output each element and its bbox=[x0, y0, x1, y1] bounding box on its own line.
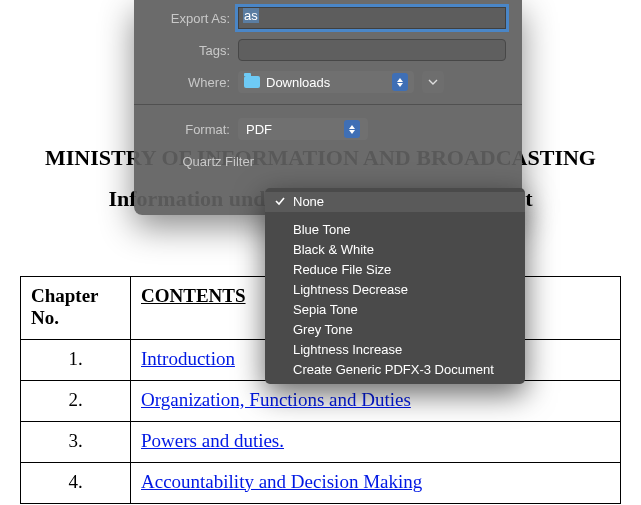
quartz-menu-item[interactable]: Create Generic PDFX-3 Document bbox=[265, 360, 525, 380]
where-value: Downloads bbox=[266, 75, 330, 90]
quartz-menu-item-none[interactable]: None bbox=[265, 192, 525, 212]
quartz-menu-item[interactable]: Blue Tone bbox=[265, 220, 525, 240]
tags-input[interactable] bbox=[238, 39, 506, 61]
column-header-chapter: Chapter No. bbox=[21, 276, 131, 339]
chapter-number: 2. bbox=[31, 389, 120, 411]
reveal-button[interactable] bbox=[422, 71, 444, 93]
chevron-down-icon bbox=[428, 79, 438, 85]
table-row: 2. Organization, Functions and Duties bbox=[21, 380, 621, 421]
export-as-input[interactable]: as bbox=[238, 7, 506, 29]
chapter-number: 4. bbox=[31, 471, 120, 493]
divider bbox=[134, 104, 522, 105]
content-link[interactable]: Powers and duties. bbox=[141, 430, 284, 451]
quartz-filter-menu: None Blue Tone Black & White Reduce File… bbox=[265, 188, 525, 384]
updown-icon bbox=[344, 120, 360, 138]
content-link[interactable]: Organization, Functions and Duties bbox=[141, 389, 411, 410]
quartz-menu-item[interactable]: Black & White bbox=[265, 240, 525, 260]
where-label: Where: bbox=[134, 75, 238, 90]
quartz-menu-item[interactable]: Sepia Tone bbox=[265, 300, 525, 320]
table-row: 3. Powers and duties. bbox=[21, 421, 621, 462]
format-label: Format: bbox=[134, 122, 238, 137]
export-as-row: Export As: as bbox=[134, 4, 522, 32]
table-row: 4. Accountability and Decision Making bbox=[21, 462, 621, 503]
content-link[interactable]: Introduction bbox=[141, 348, 235, 369]
quartz-menu-item[interactable]: Reduce File Size bbox=[265, 260, 525, 280]
updown-icon bbox=[392, 73, 408, 91]
where-select[interactable]: Downloads bbox=[238, 71, 414, 93]
quartz-filter-row: Quartz Filter bbox=[134, 147, 522, 175]
quartz-menu-item[interactable]: Lightness Decrease bbox=[265, 280, 525, 300]
format-value: PDF bbox=[246, 122, 272, 137]
tags-label: Tags: bbox=[134, 43, 238, 58]
quartz-filter-label: Quartz Filter bbox=[134, 154, 262, 169]
export-as-value: as bbox=[243, 8, 259, 23]
content-link[interactable]: Accountability and Decision Making bbox=[141, 471, 422, 492]
export-as-label: Export As: bbox=[134, 11, 238, 26]
tags-row: Tags: bbox=[134, 36, 522, 64]
check-icon bbox=[274, 195, 286, 207]
format-row: Format: PDF bbox=[134, 115, 522, 143]
where-row: Where: Downloads bbox=[134, 68, 522, 96]
format-select[interactable]: PDF bbox=[238, 118, 368, 140]
quartz-menu-item[interactable]: Grey Tone bbox=[265, 320, 525, 340]
chapter-number: 1. bbox=[31, 348, 120, 370]
quartz-menu-item[interactable]: Lightness Increase bbox=[265, 340, 525, 360]
folder-icon bbox=[244, 76, 260, 88]
menu-separator bbox=[265, 212, 525, 220]
chapter-number: 3. bbox=[31, 430, 120, 452]
export-dialog: Export As: as Tags: Where: Downloads For… bbox=[134, 0, 522, 215]
